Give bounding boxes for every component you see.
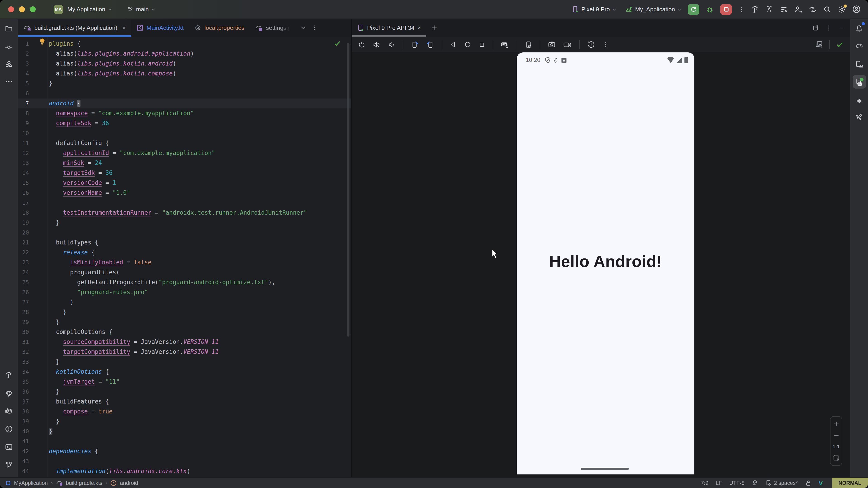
code-line[interactable]: 24 proguardFiles( [18,267,351,278]
code-line[interactable]: 37 buildFeatures { [18,397,351,407]
settings-button[interactable] [838,5,846,13]
code-line[interactable]: 43 [18,456,351,466]
line-number[interactable]: 21 [18,238,29,248]
zoom-in-icon[interactable] [833,421,839,427]
line-number[interactable]: 2 [18,49,29,59]
line-number[interactable]: 3 [18,59,29,69]
debug-button[interactable] [706,5,714,13]
minimize-window-button[interactable] [19,6,25,12]
rerun-button[interactable] [688,4,700,15]
inspections-ok-icon[interactable] [334,40,341,47]
code-line[interactable]: 32 targetCompatibility = JavaVersion.VER… [18,347,351,357]
code-line[interactable]: 44 implementation(libs.androidx.core.ktx… [18,466,351,476]
maximize-window-button[interactable] [30,6,36,12]
snapshot-restore-icon[interactable] [587,41,595,48]
code-line[interactable]: 40} [18,427,351,436]
line-number[interactable]: 9 [18,119,29,128]
back-button-icon[interactable] [450,41,457,48]
caret-position[interactable]: 7:9 [701,480,708,486]
gradle-tool-button[interactable] [852,39,866,53]
line-number[interactable]: 25 [18,278,29,287]
tab-list-chevron-icon[interactable] [300,25,306,31]
code-line[interactable]: 20 [18,228,351,238]
editor-scrollbar[interactable] [347,43,349,337]
volume-down-icon[interactable] [388,41,395,48]
line-number[interactable]: 27 [18,297,29,307]
code-line[interactable]: 36 } [18,387,351,397]
tab-build-gradle[interactable]: build.gradle.kts (My Application) × [18,19,131,37]
code-line[interactable]: 31 sourceCompatibility = JavaVersion.VER… [18,337,351,347]
tab-options-kebab-icon[interactable] [311,25,317,31]
line-number[interactable]: 36 [18,387,29,397]
problems-tool-button[interactable] [2,422,16,435]
structure-tool-button[interactable] [2,57,16,70]
code-editor[interactable]: 1plugins {2 alias(libs.plugins.android.a… [18,37,351,477]
open-in-new-window-icon[interactable] [812,24,819,31]
code-line[interactable]: 21 buildTypes { [18,238,351,248]
line-number[interactable]: 17 [18,198,29,208]
notifications-button[interactable] [852,21,866,35]
project-selector[interactable]: My Application [67,6,112,13]
running-devices-button[interactable] [852,75,866,89]
device-manager-button[interactable] [852,57,866,71]
code-line[interactable]: 30 compileOptions { [18,327,351,337]
code-line[interactable]: 16 versionName = "1.0" [18,188,351,198]
line-number[interactable]: 15 [18,178,29,188]
hardware-input-icon[interactable] [501,40,509,48]
line-number[interactable]: 33 [18,357,29,367]
code-line[interactable]: 33 } [18,357,351,367]
line-number[interactable]: 28 [18,307,29,317]
add-device-tab-button[interactable] [427,19,442,37]
close-tab-icon[interactable]: × [122,24,126,31]
version-control-tool-button[interactable] [2,458,16,472]
code-line[interactable]: 35 jvmTarget = "11" [18,377,351,387]
code-line[interactable]: 5} [18,78,351,89]
code-line[interactable]: 17 [18,198,351,208]
ai-actions-icon[interactable] [765,5,774,13]
code-line[interactable]: 22 release { [18,248,351,258]
tab-mainactivity[interactable]: MainActivity.kt [131,19,189,37]
code-line[interactable]: 7android { [18,98,351,108]
line-number[interactable]: 37 [18,397,29,407]
code-line[interactable]: 29 } [18,317,351,327]
code-line[interactable]: 26 "proguard-rules.pro" [18,287,351,297]
line-number[interactable]: 30 [18,327,29,337]
gesture-navigation-bar[interactable] [581,468,629,470]
code-line[interactable]: 14 targetSdk = 36 [18,168,351,178]
git-branch-selector[interactable]: main [127,6,155,13]
line-number[interactable]: 31 [18,337,29,347]
code-line[interactable]: 6 [18,89,351,98]
line-ending[interactable]: LF [716,480,722,486]
device-ok-check-icon[interactable] [836,41,844,48]
line-number[interactable]: 23 [18,258,29,267]
line-number[interactable]: 39 [18,417,29,427]
line-number[interactable]: 19 [18,218,29,228]
line-number[interactable]: 18 [18,208,29,218]
code-line[interactable]: 12 applicationId = "com.example.myapplic… [18,148,351,158]
project-tool-button[interactable] [2,22,16,35]
code-line[interactable]: 2 alias(libs.plugins.android.application… [18,49,351,59]
screenshot-camera-icon[interactable] [548,41,556,48]
line-number[interactable]: 26 [18,287,29,297]
line-number[interactable]: 10 [18,128,29,138]
code-line[interactable]: 41 [18,436,351,447]
preview-screenshots-icon[interactable] [815,41,823,48]
line-number[interactable]: 42 [18,447,29,456]
code-line[interactable]: 27 ) [18,297,351,307]
account-icon[interactable] [852,5,861,13]
line-number[interactable]: 11 [18,138,29,148]
code-line[interactable]: 23 isMinifyEnabled = false [18,258,351,267]
overview-button-icon[interactable] [479,41,485,48]
toolbar-kebab-icon[interactable] [602,41,609,48]
close-window-button[interactable] [8,6,14,12]
code-line[interactable]: 18 testInstrumentationRunner = "androidx… [18,208,351,218]
code-line[interactable]: 10 [18,128,351,138]
code-line[interactable]: 8 namespace = "com.example.myapplication… [18,108,351,119]
screen-record-icon[interactable] [563,40,571,48]
code-line[interactable]: 38 compose = true [18,407,351,417]
code-line[interactable]: 28 } [18,307,351,317]
home-button-icon[interactable] [464,41,471,48]
more-run-actions-kebab[interactable] [738,6,745,12]
line-number[interactable]: 5 [18,78,29,89]
stop-button[interactable] [720,4,732,15]
